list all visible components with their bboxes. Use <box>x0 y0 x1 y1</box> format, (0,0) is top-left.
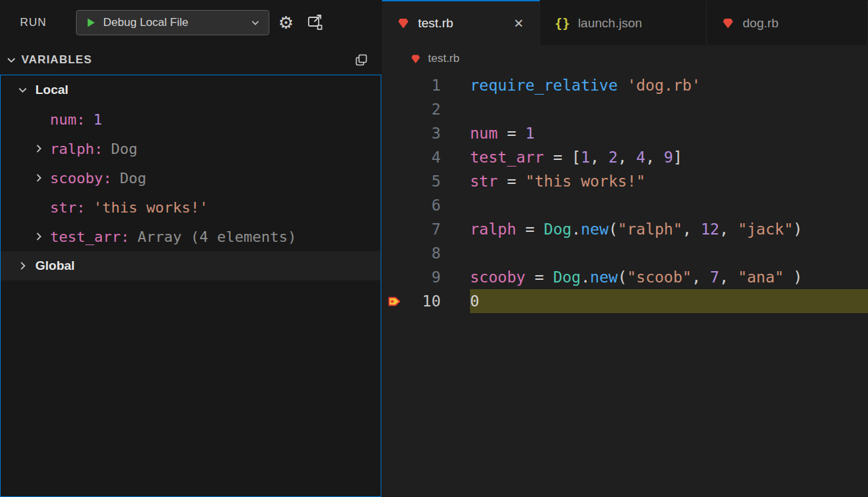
breakpoint-gutter[interactable] <box>382 145 406 169</box>
scope-label: Local <box>35 83 69 97</box>
copy-icon[interactable] <box>351 50 371 70</box>
code-token: , <box>618 149 637 166</box>
variable-row-ralph[interactable]: ralph:Dog <box>1 134 381 163</box>
close-icon[interactable]: × <box>513 15 525 31</box>
code-token: ralph <box>470 221 516 238</box>
tab-test.rb[interactable]: test.rb× <box>382 0 540 45</box>
code-token: new <box>581 221 609 238</box>
tab-label: dog.rb <box>743 16 779 31</box>
code-token: test_arr <box>470 149 544 166</box>
run-debug-sidebar: RUN Debug Local File ⚙ <box>0 0 382 497</box>
code-line-7[interactable]: 7ralph = Dog.new("ralph", 12, "jack") <box>382 217 868 241</box>
variable-name: ralph: <box>50 141 103 157</box>
chevron-right-icon[interactable] <box>11 254 34 277</box>
ruby-file-icon <box>397 17 410 30</box>
code-line-5[interactable]: 5str = "this works!" <box>382 169 868 193</box>
tab-dog.rb[interactable]: dog.rb <box>707 0 868 45</box>
debug-toolbar: RUN Debug Local File ⚙ <box>0 0 382 45</box>
code-line-content <box>470 193 868 217</box>
breakpoint-gutter[interactable] <box>382 241 406 265</box>
variable-name: test_arr: <box>50 229 129 245</box>
line-number: 2 <box>406 101 441 118</box>
code-token: Dog <box>553 268 581 286</box>
code-line-9[interactable]: 9scooby = Dog.new("scoob", 7, "ana" ) <box>382 265 868 289</box>
code-token: num <box>470 125 498 142</box>
chevron-down-icon[interactable] <box>11 79 34 101</box>
gear-icon[interactable]: ⚙ <box>273 10 299 35</box>
debug-config-dropdown[interactable]: Debug Local File <box>76 10 269 35</box>
editor-group: test.rb×{}launch.jsondog.rb test.rb 1req… <box>382 0 868 497</box>
code-token: = <box>525 268 553 286</box>
code-line-8[interactable]: 8 <box>382 241 868 265</box>
code-line-10[interactable]: 100 <box>382 289 868 313</box>
breakpoint-gutter[interactable] <box>382 121 406 145</box>
start-debugging-icon[interactable] <box>85 17 97 29</box>
line-number: 10 <box>406 292 441 310</box>
debug-console-icon[interactable] <box>303 10 328 35</box>
code-line-6[interactable]: 6 <box>382 193 868 217</box>
code-token: , <box>683 221 701 238</box>
variables-section-header[interactable]: VARIABLES <box>0 45 382 75</box>
indent-spacer <box>27 108 50 131</box>
scope-label: Global <box>35 258 75 273</box>
breadcrumb[interactable]: test.rb <box>382 45 868 72</box>
breadcrumb-file: test.rb <box>428 52 459 65</box>
variable-row-str[interactable]: str:'this works!' <box>1 193 381 222</box>
debug-config-label: Debug Local File <box>103 16 243 29</box>
variable-row-num[interactable]: num:1 <box>1 105 381 134</box>
code-token: Dog <box>544 221 572 238</box>
code-token: ( <box>609 221 618 238</box>
variable-row-test_arr[interactable]: test_arr:Array (4 elements) <box>1 222 381 251</box>
code-token: 4 <box>636 149 645 166</box>
chevron-right-icon[interactable] <box>27 167 50 189</box>
indent-spacer <box>27 196 50 219</box>
ruby-file-icon <box>410 53 421 65</box>
breakpoint-gutter[interactable] <box>382 73 406 97</box>
code-token: = <box>498 125 526 142</box>
tab-bar: test.rb×{}launch.jsondog.rb <box>382 0 868 45</box>
code-line-4[interactable]: 4test_arr = [1, 2, 4, 9] <box>382 145 868 169</box>
variable-value: Dog <box>111 141 137 157</box>
scope-local[interactable]: Local <box>1 75 381 105</box>
breakpoint-gutter[interactable] <box>382 193 406 217</box>
debug-current-line-icon[interactable] <box>382 289 406 313</box>
chevron-right-icon[interactable] <box>27 137 50 160</box>
breakpoint-gutter[interactable] <box>382 97 406 121</box>
code-line-1[interactable]: 1require_relative 'dog.rb' <box>382 73 868 97</box>
code-token: ] <box>673 149 683 166</box>
code-token: , <box>719 221 738 238</box>
variable-name: scooby: <box>50 170 112 187</box>
code-token: . <box>571 221 581 238</box>
code-token: 2 <box>609 149 618 166</box>
code-token: ( <box>618 268 627 286</box>
variable-value: Dog <box>120 170 147 187</box>
line-number: 8 <box>406 245 441 262</box>
code-line-3[interactable]: 3num = 1 <box>382 121 868 145</box>
variable-value: 1 <box>93 111 102 128</box>
code-token: 9 <box>664 149 673 166</box>
code-line-content: test_arr = [1, 2, 4, 9] <box>470 145 868 169</box>
variable-value: Array (4 elements) <box>137 229 296 245</box>
variable-name: num: <box>50 111 85 128</box>
chevron-right-icon[interactable] <box>27 225 50 248</box>
tab-launch.json[interactable]: {}launch.json <box>540 0 707 45</box>
breakpoint-gutter[interactable] <box>382 217 406 241</box>
tab-label: test.rb <box>418 16 453 31</box>
code-token: 7 <box>710 268 719 286</box>
code-line-content: str = "this works!" <box>470 169 868 193</box>
code-token: str <box>470 173 498 190</box>
breakpoint-gutter[interactable] <box>382 265 406 289</box>
variable-name: str: <box>50 199 85 216</box>
scope-global[interactable]: Global <box>1 251 381 280</box>
code-area: 1require_relative 'dog.rb'23num = 14test… <box>382 72 868 497</box>
run-panel-title: RUN <box>20 16 47 29</box>
code-line-2[interactable]: 2 <box>382 97 868 121</box>
code-token: , <box>719 268 738 286</box>
vscode-window: RUN Debug Local File ⚙ <box>0 0 868 497</box>
code-token: = <box>516 221 544 238</box>
json-braces-icon: {} <box>555 16 570 31</box>
code-token: "ana" <box>738 268 784 286</box>
line-number: 4 <box>406 149 441 166</box>
variable-row-scooby[interactable]: scooby:Dog <box>1 163 381 193</box>
breakpoint-gutter[interactable] <box>382 169 406 193</box>
